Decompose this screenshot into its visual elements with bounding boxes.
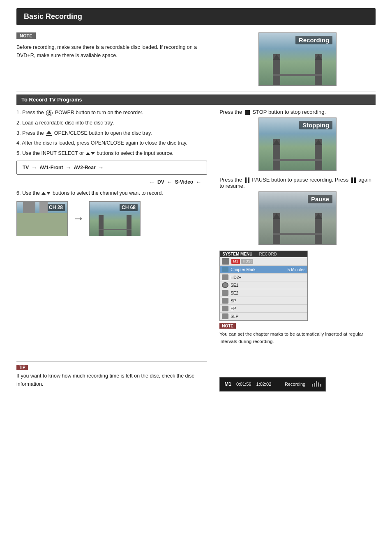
input-flow-diagram: TV → AV1-Front → AV2-Rear → — [16, 161, 207, 175]
channel-change-diagram: CH 28 → CH 68 — [16, 201, 207, 236]
bar5 — [320, 384, 321, 387]
step2: 2. Load a recordable disc into the disc … — [16, 119, 207, 127]
channel-left-label: CH 28 — [47, 204, 65, 211]
pause-label: Pause — [308, 195, 332, 203]
eject-icon — [46, 131, 52, 136]
step3: 3. Press the OPEN/CLOSE button to open t… — [16, 129, 207, 137]
sys-row2: HD2+ — [220, 274, 307, 281]
system-menu-title: SYSTEM MENU RECORD — [220, 251, 307, 257]
status-rec-label: Recording — [285, 382, 305, 387]
sys-row3: SE1 — [220, 281, 307, 289]
page-title: Basic Recording — [16, 8, 376, 25]
intro-text: Before recording, make sure there is a r… — [16, 43, 207, 60]
bar2 — [314, 383, 315, 387]
flow-dv: DV — [157, 179, 164, 185]
power-icon: ⏻ — [46, 110, 53, 116]
arrow-down-icon — [91, 152, 95, 155]
flow-arrow2: → — [65, 164, 71, 171]
arrow-up-icon — [86, 152, 90, 155]
channel-right-image: CH 68 — [89, 201, 141, 236]
step1: 1. Press the ⏻ POWER button to turn on t… — [16, 109, 207, 117]
flow-arrow4: ← — [167, 179, 173, 185]
status-divider — [219, 370, 376, 370]
flow-arrow3: → — [98, 164, 104, 171]
pause-instruction: Press the PAUSE button to pause recordin… — [219, 177, 371, 189]
recording-label: Recording — [295, 36, 332, 44]
channel-left-image: CH 28 — [16, 201, 68, 236]
step6: 6. Use the buttons to select the channel… — [16, 189, 207, 197]
arrow-down2-icon — [46, 192, 51, 195]
sys-row6: EP — [220, 305, 307, 313]
sys-chapter-row: Chapter Mark 5 Minutes — [220, 266, 307, 274]
input-flow-bottom: ← DV ← S-Video ← — [16, 178, 207, 186]
bar3 — [316, 381, 317, 387]
sys-menu-options: M1 HDSt — [231, 259, 253, 264]
flow-arrow-back: ← — [149, 179, 155, 185]
channel-change-arrow: → — [73, 212, 84, 225]
status-time2: 1:02:02 — [256, 382, 272, 387]
status-bar: M1 0:01:59 1:02:02 Recording — [219, 377, 326, 391]
sys-menu-icon-row: M1 HDSt — [220, 257, 307, 266]
sys-row5: SP — [220, 297, 307, 305]
sys-row7: SLP — [220, 313, 307, 320]
channel-right-label: CH 68 — [120, 204, 138, 211]
chapter-mark-value: 5 Minutes — [288, 267, 305, 272]
status-time1: 0:01:59 — [236, 382, 251, 387]
section-divider — [16, 92, 376, 92]
flow-tv: TV — [23, 165, 29, 170]
section1-header: To Record TV Programs — [16, 94, 376, 105]
chapter-note-text: You can set the chapter marks to be auto… — [219, 330, 376, 345]
pause-screen-image: Pause — [258, 191, 337, 245]
stopping-label: Stopping — [299, 121, 332, 129]
system-menu-box: SYSTEM MENU RECORD M1 HDSt Chapter Mark — [219, 251, 308, 321]
chapter-note-badge: NOTE — [219, 323, 236, 329]
flow-av1: AV1-Front — [39, 165, 63, 170]
sys-row4: SE2 — [220, 289, 307, 297]
bar4 — [318, 382, 319, 387]
status-bars — [312, 381, 321, 387]
opt-hdst: HDSt — [241, 259, 254, 264]
section2-divider — [16, 361, 207, 362]
stop-icon — [245, 110, 250, 115]
flow-arrow5: ← — [196, 179, 201, 185]
status-m1: M1 — [224, 381, 231, 387]
flow-svideo: S-Video — [175, 179, 193, 185]
chapter-mark-label: Chapter Mark — [231, 267, 256, 272]
step4: 4. After the disc is loaded, press OPEN/… — [16, 139, 207, 147]
recording-screen-image: Recording — [258, 32, 337, 86]
note-badge: NOTE — [16, 32, 36, 39]
step5: 5. Use the INPUT SELECT or buttons to se… — [16, 150, 207, 157]
arrow-up2-icon — [42, 192, 46, 195]
tip-text: If you want to know how much recording t… — [16, 372, 207, 388]
pause-icon2 — [351, 177, 356, 183]
pause-icon — [245, 177, 249, 183]
bar1 — [312, 384, 313, 387]
stopping-screen-image: Stopping — [258, 117, 337, 171]
flow-av2: AV2-Rear — [74, 165, 95, 170]
sys-menu-icon1 — [222, 258, 229, 265]
flow-arrow1: → — [31, 164, 37, 171]
opt-m1: M1 — [231, 259, 240, 264]
tip-badge: TIP — [16, 365, 28, 370]
stop-instruction: Press the STOP button to stop recording. — [219, 109, 326, 115]
